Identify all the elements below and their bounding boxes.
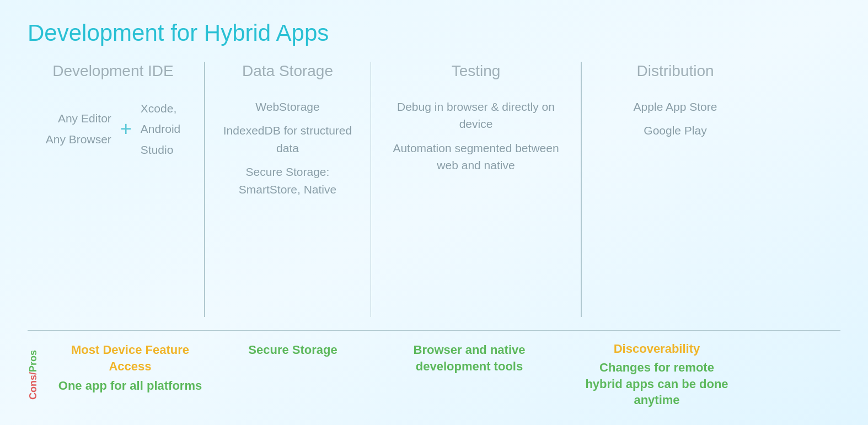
slash-label: / <box>28 372 39 375</box>
plus-sign: + <box>120 114 132 144</box>
testing-item-2: Automation segmented between web and nat… <box>388 139 564 174</box>
android-label: Android <box>141 119 180 139</box>
testing-con: Browser and native development tools <box>381 342 558 374</box>
dev-ide-content: Any Editor Any Browser + Xcode, Android … <box>46 98 180 160</box>
distribution-item-1: Apple App Store <box>634 98 717 116</box>
dev-con: One app for all platforms <box>58 378 202 394</box>
xcode-label: Xcode, <box>141 98 180 119</box>
distribution-column: Distribution Apple App Store Google Play <box>587 62 764 317</box>
data-item-1: WebStorage <box>255 98 319 116</box>
data-storage-column: Data Storage WebStorage IndexedDB for st… <box>211 62 365 317</box>
bottom-columns: Most Device Feature Access One app for a… <box>45 342 840 408</box>
distribution-pros-cons: Discoverability Changes for remote hybri… <box>569 342 745 408</box>
dev-pros-cons: Most Device Feature Access One app for a… <box>45 342 216 408</box>
divider-2 <box>371 62 372 317</box>
studio-label: Studio <box>141 139 180 160</box>
data-item-2: IndexedDB for structured data <box>222 122 354 157</box>
testing-content: Debug in browser & directly on device Au… <box>388 98 564 174</box>
dev-ide-row: Any Editor Any Browser + Xcode, Android … <box>46 98 180 160</box>
divider-3 <box>581 62 582 317</box>
dev-ide-column: Development IDE Any Editor Any Browser +… <box>28 62 199 317</box>
dev-pro: Most Device Feature Access <box>56 342 205 374</box>
testing-item-1: Debug in browser & directly on device <box>388 98 564 133</box>
cons-label: Cons <box>28 375 39 400</box>
data-storage-header: Data Storage <box>242 62 333 80</box>
pros-cons-section: Cons / Pros Most Device Feature Access O… <box>28 331 840 408</box>
browser-label: Any Browser <box>46 129 111 150</box>
dist-pro: Discoverability <box>614 342 700 356</box>
dev-left-labels: Any Editor Any Browser <box>46 108 111 150</box>
pros-label: Pros <box>28 350 39 372</box>
dev-right-labels: Xcode, Android Studio <box>141 98 180 160</box>
data-item-3: Secure Storage: SmartStore, Native <box>222 163 354 198</box>
editor-label: Any Editor <box>46 108 111 129</box>
divider-1 <box>204 62 205 317</box>
data-pros-cons: Secure Storage <box>216 342 370 408</box>
distribution-header: Distribution <box>636 62 714 80</box>
data-storage-content: WebStorage IndexedDB for structured data… <box>222 98 354 198</box>
distribution-item-2: Google Play <box>644 122 706 139</box>
distribution-content: Apple App Store Google Play <box>634 98 717 139</box>
data-con: Secure Storage <box>248 342 337 358</box>
page: Development for Hybrid Apps Development … <box>0 0 868 425</box>
pros-cons-label: Cons / Pros <box>28 350 39 400</box>
testing-header: Testing <box>452 62 501 80</box>
top-section: Development IDE Any Editor Any Browser +… <box>28 62 840 331</box>
page-title: Development for Hybrid Apps <box>28 20 840 46</box>
dist-con: Changes for remote hybrid apps can be do… <box>580 359 734 408</box>
testing-column: Testing Debug in browser & directly on d… <box>377 62 575 317</box>
testing-pros-cons: Browser and native development tools <box>370 342 569 408</box>
dev-ide-header: Development IDE <box>52 62 173 80</box>
